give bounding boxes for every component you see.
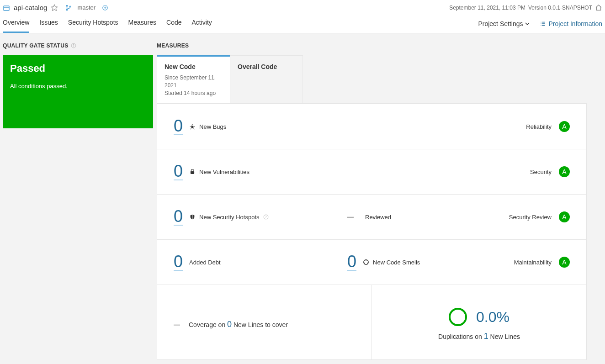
quality-gate-title-text: QUALITY GATE STATUS bbox=[3, 42, 68, 49]
mtab-label: New Code bbox=[165, 63, 223, 70]
right-column: MEASURES New Code Since September 11, 20… bbox=[157, 33, 605, 364]
duplications-cell: 0.0% Duplications on 1 New Lines bbox=[372, 285, 586, 359]
duplications-lines[interactable]: 1 bbox=[484, 332, 488, 341]
metric-label: New Vulnerabilities bbox=[189, 169, 249, 175]
project-header-left: api-catalog master bbox=[3, 4, 108, 11]
svg-point-3 bbox=[67, 9, 68, 11]
coverage-text: Coverage on 0 New Lines to cover bbox=[189, 320, 288, 329]
metric-seg-right: Security Review A bbox=[509, 211, 570, 222]
svg-marker-1 bbox=[52, 5, 58, 11]
measures-body: 0 New Bugs Reliability A 0 bbox=[157, 104, 587, 360]
metric-row-security-review: 0 New Security Hotspots ? — Reviewed bbox=[157, 195, 587, 240]
add-branch-icon[interactable] bbox=[102, 5, 108, 11]
coverage-value: — bbox=[174, 321, 180, 328]
metric-row-maintainability: 0 Added Debt 0 New Code Smells Main bbox=[157, 240, 587, 285]
metric-category: Maintainability bbox=[514, 259, 552, 266]
svg-point-2 bbox=[67, 5, 68, 6]
metric-label-text: New Vulnerabilities bbox=[199, 169, 249, 175]
rating-badge: A bbox=[559, 166, 570, 177]
metric-seg-left: 0 Added Debt bbox=[174, 253, 311, 271]
rating-badge: A bbox=[559, 257, 570, 268]
project-info-label: Project Information bbox=[549, 20, 603, 27]
metric-label-text: Added Debt bbox=[189, 259, 221, 266]
project-information-link[interactable]: Project Information bbox=[540, 20, 603, 27]
rating-badge: A bbox=[559, 211, 570, 222]
svg-point-8 bbox=[191, 126, 193, 128]
metric-label: Added Debt bbox=[189, 259, 221, 266]
code-smells-value[interactable]: 0 bbox=[347, 253, 356, 271]
shield-icon bbox=[189, 214, 196, 220]
coverage-prefix: Coverage on bbox=[189, 321, 227, 328]
coverage-lines[interactable]: 0 bbox=[227, 320, 232, 329]
code-smells-label: New Code Smells bbox=[363, 259, 420, 266]
help-icon[interactable]: ? bbox=[71, 43, 76, 48]
mtab-sub1: Since September 11, 2021 bbox=[165, 74, 223, 90]
measures-tab-new-code[interactable]: New Code Since September 11, 2021 Starte… bbox=[157, 55, 230, 103]
nav-right: Project Settings Project Information bbox=[478, 20, 602, 27]
project-header: api-catalog master September 11, 2021, 1… bbox=[0, 0, 605, 14]
measures-title: MEASURES bbox=[157, 42, 587, 49]
project-settings-dropdown[interactable]: Project Settings bbox=[478, 20, 529, 27]
nav-row: Overview Issues Security Hotspots Measur… bbox=[0, 14, 605, 33]
duplications-percent[interactable]: 0.0% bbox=[476, 309, 509, 326]
coverage-cell: — Coverage on 0 New Lines to cover bbox=[157, 285, 372, 359]
duplications-suffix: New Lines bbox=[488, 333, 520, 340]
donut-icon bbox=[449, 308, 467, 326]
svg-point-4 bbox=[70, 6, 71, 7]
star-icon[interactable] bbox=[51, 4, 58, 11]
code-smells-label-text: New Code Smells bbox=[373, 259, 420, 266]
chevron-down-icon bbox=[525, 21, 530, 26]
content: QUALITY GATE STATUS ? Passed All conditi… bbox=[0, 33, 605, 364]
metric-seg-right: Maintainability A bbox=[514, 257, 570, 268]
list-icon bbox=[540, 21, 546, 27]
svg-rect-9 bbox=[191, 172, 194, 174]
project-settings-label: Project Settings bbox=[478, 20, 523, 27]
project-name[interactable]: api-catalog bbox=[14, 4, 47, 11]
bug-icon bbox=[189, 123, 196, 130]
quality-gate-status: Passed bbox=[10, 63, 146, 74]
metric-seg-left: 0 New Security Hotspots ? bbox=[174, 208, 311, 226]
version-text: Version 0.0.1-SNAPSHOT bbox=[528, 5, 592, 11]
coverage-duplications-row: — Coverage on 0 New Lines to cover 0.0% … bbox=[157, 285, 587, 360]
home-icon[interactable] bbox=[595, 4, 602, 11]
tab-security-hotspots[interactable]: Security Hotspots bbox=[68, 14, 118, 33]
metric-seg-right: Reliability A bbox=[526, 121, 570, 132]
measures-tabs: New Code Since September 11, 2021 Starte… bbox=[157, 55, 587, 104]
left-column: QUALITY GATE STATUS ? Passed All conditi… bbox=[0, 33, 157, 364]
code-smell-icon bbox=[363, 259, 369, 265]
tab-issues[interactable]: Issues bbox=[39, 14, 58, 33]
branch-icon bbox=[65, 5, 72, 11]
metric-row-reliability: 0 New Bugs Reliability A bbox=[157, 104, 587, 149]
tab-activity[interactable]: Activity bbox=[191, 14, 212, 33]
metric-row-security: 0 New Vulnerabilities Security A bbox=[157, 149, 587, 195]
tab-overview[interactable]: Overview bbox=[3, 14, 29, 33]
metric-value[interactable]: 0 bbox=[174, 118, 183, 135]
measures-tab-overall-code[interactable]: Overall Code bbox=[230, 55, 303, 103]
metric-seg-right: Security A bbox=[530, 166, 570, 177]
svg-text:?: ? bbox=[265, 216, 267, 219]
tab-code[interactable]: Code bbox=[166, 14, 181, 33]
rating-badge: A bbox=[559, 121, 570, 132]
metric-label-text: New Security Hotspots bbox=[199, 214, 260, 221]
reviewed-value: — bbox=[347, 213, 353, 221]
metric-label-text: New Bugs bbox=[199, 123, 226, 130]
metric-seg-left: 0 New Bugs bbox=[174, 118, 311, 135]
help-icon[interactable]: ? bbox=[263, 214, 269, 220]
metric-seg-left: 0 New Vulnerabilities bbox=[174, 163, 311, 180]
coverage-suffix: New Lines to cover bbox=[232, 321, 288, 328]
tab-measures[interactable]: Measures bbox=[128, 14, 156, 33]
metric-value[interactable]: 0 bbox=[174, 253, 183, 271]
metric-value[interactable]: 0 bbox=[174, 208, 183, 226]
duplications-text: Duplications on 1 New Lines bbox=[438, 332, 520, 341]
metric-category: Security Review bbox=[509, 214, 552, 221]
metric-seg-center: 0 New Code Smells bbox=[347, 253, 514, 271]
metric-label: New Bugs bbox=[189, 123, 226, 130]
nav-tabs: Overview Issues Security Hotspots Measur… bbox=[3, 14, 212, 33]
branch-name[interactable]: master bbox=[77, 4, 96, 11]
metric-category: Security bbox=[530, 169, 552, 175]
metric-seg-center: — Reviewed bbox=[347, 213, 509, 221]
duplications-main: 0.0% bbox=[449, 308, 509, 326]
metric-value[interactable]: 0 bbox=[174, 163, 183, 180]
metric-label: New Security Hotspots ? bbox=[189, 214, 269, 221]
quality-gate-subtext: All conditions passed. bbox=[10, 83, 146, 90]
